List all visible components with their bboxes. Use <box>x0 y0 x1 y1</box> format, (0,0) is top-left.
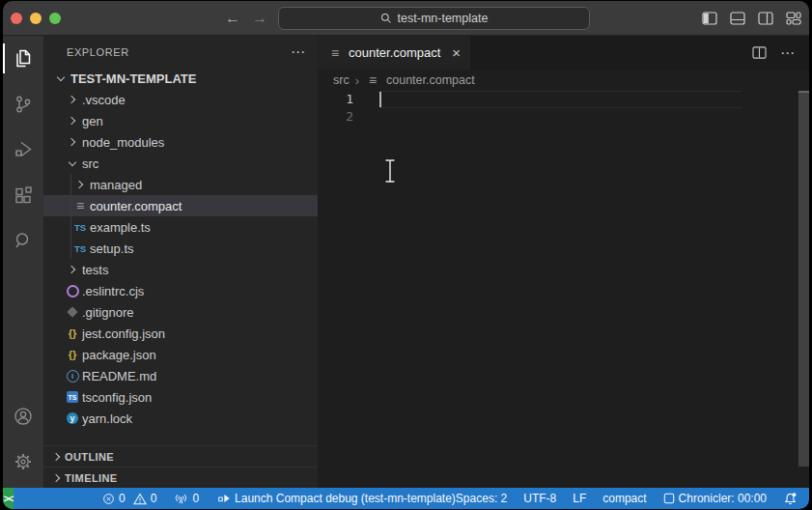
tree-item-managed[interactable]: managed <box>43 174 318 195</box>
tree-item-package-json[interactable]: package.json <box>43 344 318 365</box>
tree-item-vscode[interactable]: .vscode <box>43 89 318 110</box>
command-center-search[interactable]: test-mn-template <box>278 7 590 30</box>
chevron-down-icon <box>65 156 80 171</box>
ports-status[interactable]: 0 <box>174 492 199 505</box>
extensions-icon[interactable] <box>3 172 43 217</box>
file-lines-icon <box>72 198 88 213</box>
explorer-icon[interactable] <box>3 36 43 81</box>
tree-item-label: setup.ts <box>90 241 134 256</box>
chevron-right-icon <box>49 449 65 465</box>
vscode-window: ← → test-mn-template <box>3 1 809 509</box>
tree-item-node-modules[interactable]: node_modules <box>43 131 318 153</box>
split-editor-icon[interactable] <box>752 46 767 59</box>
tree-item-label: TEST-MN-TEMPLATE <box>70 71 196 86</box>
titlebar: ← → test-mn-template <box>3 1 809 36</box>
tree-item-eslintrc[interactable]: .eslintrc.cjs <box>43 280 318 301</box>
settings-gear-icon[interactable] <box>3 439 43 484</box>
close-tab-icon[interactable]: × <box>452 44 461 61</box>
error-icon <box>102 493 115 505</box>
minimize-window-button[interactable] <box>30 13 42 24</box>
source-control-icon[interactable] <box>3 81 43 127</box>
tree-item-tests[interactable]: tests <box>43 259 318 280</box>
sidebar-title: EXPLORER <box>67 46 129 58</box>
tree-item-tsconfig[interactable]: tsconfig.json <box>43 386 318 408</box>
notifications-bell-icon[interactable] <box>783 492 798 506</box>
tree-item-label: .eslintrc.cjs <box>82 284 144 298</box>
chevron-right-icon <box>65 92 80 107</box>
eslint-icon <box>65 283 80 298</box>
status-bar: >< 0 0 <box>3 488 809 509</box>
tree-item-readme[interactable]: README.md <box>43 365 318 386</box>
encoding-status[interactable]: UTF-8 <box>523 492 556 505</box>
tab-label: counter.compact <box>349 45 440 60</box>
close-window-button[interactable] <box>11 13 22 24</box>
ports-count: 0 <box>192 492 199 505</box>
chevron-right-icon <box>72 177 88 192</box>
info-icon <box>65 368 80 383</box>
tree-item-label: managed <box>90 178 142 192</box>
editor-scrollbar[interactable] <box>798 91 809 467</box>
zoom-window-button[interactable] <box>49 13 61 24</box>
warnings-count: 0 <box>151 492 157 505</box>
breadcrumb: src › counter.compact <box>318 70 809 91</box>
accounts-icon[interactable] <box>3 393 43 439</box>
customize-layout-icon[interactable] <box>786 12 801 25</box>
launch-debug-status[interactable]: Launch Compact debug (test-mn-template) <box>216 492 456 505</box>
tree-item-gen[interactable]: gen <box>43 110 318 131</box>
code-area[interactable]: 1 2 <box>318 91 809 488</box>
tree-item-label: jest.config.json <box>82 326 165 341</box>
file-lines-icon <box>327 45 343 61</box>
tree-item-setup-ts[interactable]: setup.ts <box>43 238 318 259</box>
chronicler-label: Chronicler: 00:00 <box>679 492 767 505</box>
back-arrow-icon[interactable]: ← <box>225 10 240 27</box>
json-braces-icon <box>65 347 80 362</box>
toggle-panel-icon[interactable] <box>730 12 745 25</box>
file-tree: TEST-MN-TEMPLATE .vscode gen node_module… <box>43 68 318 429</box>
forward-arrow-icon[interactable]: → <box>252 10 267 27</box>
remote-indicator[interactable]: >< <box>3 488 14 509</box>
tree-item-label: counter.compact <box>90 199 182 213</box>
json-braces-icon <box>65 326 80 341</box>
toggle-secondary-sidebar-icon[interactable] <box>758 12 773 25</box>
indent-guide <box>70 174 71 259</box>
eol-status[interactable]: LF <box>573 492 586 505</box>
sidebar-more-actions-icon[interactable]: ⋯ <box>291 43 306 61</box>
breadcrumb-file[interactable]: counter.compact <box>386 73 475 87</box>
tree-item-counter-compact[interactable]: counter.compact <box>43 195 318 216</box>
indentation-status[interactable]: Spaces: 2 <box>456 492 507 505</box>
tsconfig-icon <box>65 389 80 405</box>
launch-label: Launch Compact debug (test-mn-template) <box>235 492 456 505</box>
tree-item-gitignore[interactable]: .gitignore <box>43 301 318 323</box>
tree-item-label: tsconfig.json <box>82 390 152 405</box>
current-line-highlight <box>378 91 742 108</box>
tab-bar: counter.compact × ⋯ <box>318 36 809 70</box>
typescript-file-icon <box>72 219 88 235</box>
radio-tower-icon <box>174 492 188 505</box>
editor-more-actions-icon[interactable]: ⋯ <box>780 44 796 62</box>
toggle-sidebar-icon[interactable] <box>702 12 717 25</box>
section-label: TIMELINE <box>65 472 118 484</box>
language-mode-status[interactable]: compact <box>602 492 646 505</box>
activity-bar <box>3 36 43 488</box>
search-panel-icon[interactable] <box>3 217 43 263</box>
tree-item-label: tests <box>82 263 108 277</box>
text-cursor <box>379 92 381 107</box>
tree-item-example-ts[interactable]: example.ts <box>43 216 318 238</box>
chevron-down-icon <box>53 71 69 86</box>
outline-section-header[interactable]: OUTLINE <box>43 445 318 467</box>
chevron-right-icon <box>65 134 80 150</box>
editor-group: counter.compact × ⋯ src › counter.compac… <box>318 36 809 488</box>
tree-item-yarn-lock[interactable]: yarn.lock <box>43 408 318 429</box>
debug-icon <box>216 492 231 505</box>
tree-item-label: yarn.lock <box>82 411 132 426</box>
tree-item-jest-config[interactable]: jest.config.json <box>43 323 318 344</box>
problems-status[interactable]: 0 0 <box>102 492 156 505</box>
timeline-section-header[interactable]: TIMELINE <box>43 467 318 488</box>
tree-item-src[interactable]: src <box>43 153 318 174</box>
tab-counter-compact[interactable]: counter.compact × <box>318 36 470 70</box>
breadcrumb-folder[interactable]: src <box>333 73 350 87</box>
chronicler-status[interactable]: Chronicler: 00:00 <box>663 492 767 505</box>
tree-item-label: example.ts <box>90 220 151 235</box>
run-debug-icon[interactable] <box>3 127 43 172</box>
tree-item-root[interactable]: TEST-MN-TEMPLATE <box>43 68 318 89</box>
